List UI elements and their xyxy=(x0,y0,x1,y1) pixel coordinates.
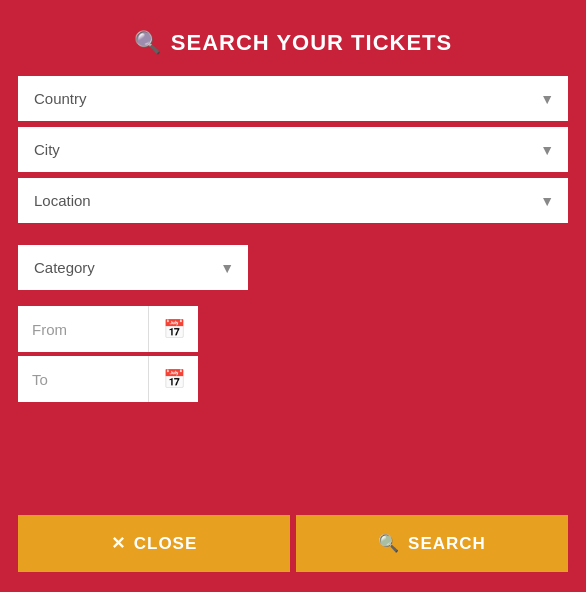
search-modal: 🔍 SEARCH YOUR TICKETS Country ▼ City ▼ L… xyxy=(0,0,586,592)
location-select[interactable]: Location xyxy=(18,178,568,223)
close-button[interactable]: ✕ CLOSE xyxy=(18,515,290,572)
category-select[interactable]: Category xyxy=(18,245,248,290)
country-wrapper: Country ▼ xyxy=(18,76,568,121)
close-x-icon: ✕ xyxy=(111,533,126,554)
from-date-input[interactable] xyxy=(18,306,148,352)
to-date-input[interactable] xyxy=(18,356,148,402)
search-button[interactable]: 🔍 SEARCH xyxy=(296,515,568,572)
location-wrapper: Location ▼ xyxy=(18,178,568,223)
from-date-row: 📅 xyxy=(18,306,568,352)
to-calendar-icon: 📅 xyxy=(163,368,185,390)
to-date-row: 📅 xyxy=(18,356,568,402)
search-button-icon: 🔍 xyxy=(378,533,400,554)
category-wrapper: Category ▼ xyxy=(18,245,248,290)
city-wrapper: City ▼ xyxy=(18,127,568,172)
close-button-label: CLOSE xyxy=(134,534,198,554)
date-section: 📅 📅 xyxy=(18,306,568,406)
spacer1 xyxy=(18,229,568,245)
action-buttons: ✕ CLOSE 🔍 SEARCH xyxy=(18,505,568,572)
city-select[interactable]: City xyxy=(18,127,568,172)
filter-fields: Country ▼ City ▼ Location ▼ xyxy=(18,76,568,229)
modal-title: SEARCH YOUR TICKETS xyxy=(171,30,452,56)
modal-header: 🔍 SEARCH YOUR TICKETS xyxy=(18,30,568,56)
search-button-label: SEARCH xyxy=(408,534,486,554)
country-select[interactable]: Country xyxy=(18,76,568,121)
to-date-box: 📅 xyxy=(18,356,198,402)
from-calendar-icon: 📅 xyxy=(163,318,185,340)
from-date-box: 📅 xyxy=(18,306,198,352)
header-search-icon: 🔍 xyxy=(134,30,161,56)
to-calendar-button[interactable]: 📅 xyxy=(148,356,198,402)
from-calendar-button[interactable]: 📅 xyxy=(148,306,198,352)
